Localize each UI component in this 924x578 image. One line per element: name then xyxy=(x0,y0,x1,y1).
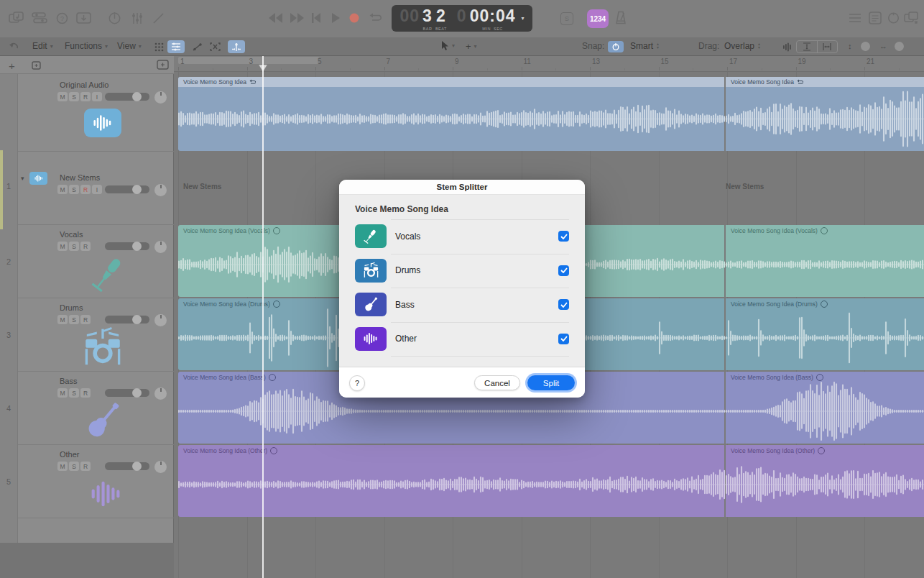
solo-button[interactable]: S xyxy=(69,388,79,398)
help-button[interactable]: ? xyxy=(349,375,365,391)
vertical-zoom-slider[interactable] xyxy=(861,42,870,51)
waveform-zoom-icon[interactable] xyxy=(779,40,796,53)
smart-controls-icon[interactable] xyxy=(131,12,144,25)
volume-slider[interactable] xyxy=(105,462,149,470)
mute-button[interactable]: M xyxy=(57,388,68,398)
track-display-mode-button[interactable] xyxy=(157,60,169,70)
record-enable-button[interactable]: R xyxy=(80,462,91,471)
note-pads-icon[interactable] xyxy=(869,12,882,24)
mute-button[interactable]: M xyxy=(57,242,68,251)
track-lanes-icon[interactable] xyxy=(167,40,185,53)
list-editors-icon[interactable] xyxy=(849,13,861,23)
forward-button[interactable] xyxy=(290,13,305,23)
horizontal-zoom-slider[interactable] xyxy=(895,42,904,51)
metronome-icon[interactable] xyxy=(614,10,628,26)
pan-knob[interactable] xyxy=(154,387,167,400)
region-original-audio-1[interactable]: Voice Memo Song Idea xyxy=(178,77,724,151)
vertical-fit-zoom-icon[interactable] xyxy=(797,41,817,52)
bar-ruler[interactable]: 13579111315171921 xyxy=(174,56,924,72)
toolbar-toggle-icon[interactable] xyxy=(76,12,91,24)
pan-knob[interactable] xyxy=(154,461,167,473)
solo-button[interactable]: S xyxy=(69,185,79,194)
region-original-audio-2[interactable]: Voice Memo Song Idea xyxy=(726,77,924,151)
tuner-icon[interactable] xyxy=(108,12,121,25)
pan-knob[interactable] xyxy=(154,184,167,196)
mute-button[interactable]: M xyxy=(57,92,68,101)
mixer-icon[interactable] xyxy=(32,12,47,24)
horizontal-fit-zoom-icon[interactable] xyxy=(817,41,838,52)
apple-loops-icon[interactable] xyxy=(887,12,900,24)
edit-menu[interactable]: Edit▾ xyxy=(32,41,53,51)
automation-icon[interactable] xyxy=(189,40,206,53)
lcd-mode-chevron-icon[interactable]: ▾ xyxy=(521,15,524,22)
library-icon[interactable] xyxy=(9,12,24,25)
summary-lane-label: New Stems xyxy=(183,183,221,191)
view-menu[interactable]: View▾ xyxy=(117,41,142,51)
region-vocals-2[interactable]: Voice Memo Song Idea (Vocals) xyxy=(726,225,924,297)
track-header-other[interactable]: Other M S R xyxy=(18,445,174,518)
functions-menu[interactable]: Functions▾ xyxy=(65,41,108,51)
volume-slider[interactable] xyxy=(105,316,149,324)
other-checkbox[interactable] xyxy=(558,334,569,344)
marquee-tool-icon[interactable] xyxy=(206,40,223,53)
grid-view-icon[interactable] xyxy=(150,40,167,53)
cancel-button[interactable]: Cancel xyxy=(474,375,520,390)
browsers-icon[interactable] xyxy=(904,12,919,24)
mute-button[interactable]: M xyxy=(57,315,68,324)
pencil-icon[interactable] xyxy=(152,12,165,24)
track-header-bass[interactable]: Bass M S R xyxy=(18,372,174,445)
input-monitor-button[interactable]: I xyxy=(92,92,102,101)
quick-help-icon[interactable]: ? xyxy=(56,12,68,24)
pan-knob[interactable] xyxy=(154,91,167,104)
pan-knob[interactable] xyxy=(154,314,167,326)
undo-icon[interactable] xyxy=(9,42,19,51)
record-button[interactable] xyxy=(349,13,359,23)
flex-icon[interactable] xyxy=(228,40,245,53)
vocals-checkbox[interactable] xyxy=(558,231,569,242)
volume-slider[interactable] xyxy=(105,93,149,101)
disclosure-chevron-icon[interactable]: ▾ xyxy=(21,175,24,182)
solo-button[interactable]: S xyxy=(69,92,79,101)
cycle-button[interactable] xyxy=(369,13,382,23)
region-other-2[interactable]: Voice Memo Song Idea (Other) xyxy=(726,445,924,517)
solo-mode-icon[interactable]: S xyxy=(560,12,573,25)
lcd-display[interactable]: 00 3 BAR 2 BEAT 0 00:04 MIN SEC ▾ xyxy=(392,5,532,32)
secondary-tool-menu[interactable]: +▾ xyxy=(466,41,477,52)
mute-button[interactable]: M xyxy=(57,185,68,194)
region-bass-2[interactable]: Voice Memo Song Idea (Bass) xyxy=(726,372,924,444)
snap-power-button[interactable] xyxy=(608,41,624,52)
go-to-beginning-button[interactable] xyxy=(311,13,321,23)
volume-slider[interactable] xyxy=(105,242,149,250)
track-header-new-stems[interactable]: ▾ New Stems M S R I xyxy=(18,152,174,225)
count-in-button[interactable]: 1234 xyxy=(587,9,609,28)
record-enable-button[interactable]: R xyxy=(80,185,91,194)
drums-checkbox[interactable] xyxy=(558,265,569,276)
snap-dropdown[interactable]: Smart ▴▾ xyxy=(630,41,659,51)
record-enable-button[interactable]: R xyxy=(80,242,91,251)
pointer-tool-menu[interactable]: ▾ xyxy=(441,41,455,50)
duplicate-track-button[interactable] xyxy=(32,60,43,70)
mute-button[interactable]: M xyxy=(57,462,68,471)
rewind-button[interactable] xyxy=(268,13,283,23)
record-enable-button[interactable]: R xyxy=(80,92,91,101)
region-drums-2[interactable]: Voice Memo Song Idea (Drums) xyxy=(726,298,924,370)
playhead[interactable] xyxy=(262,56,264,578)
solo-button[interactable]: S xyxy=(69,462,79,471)
track-header-vocals[interactable]: Vocals M S R xyxy=(18,225,174,298)
volume-slider[interactable] xyxy=(105,185,149,193)
add-track-button[interactable]: + xyxy=(9,60,15,72)
solo-button[interactable]: S xyxy=(69,242,79,251)
split-button[interactable]: Split xyxy=(527,375,575,390)
pan-knob[interactable] xyxy=(154,241,167,253)
record-enable-button[interactable]: R xyxy=(80,315,91,324)
volume-slider[interactable] xyxy=(105,389,149,397)
region-other-1[interactable]: Voice Memo Song Idea (Other) xyxy=(178,445,724,517)
bass-checkbox[interactable] xyxy=(558,299,569,310)
drag-dropdown[interactable]: Overlap ▴▾ xyxy=(724,41,760,51)
input-monitor-button[interactable]: I xyxy=(92,185,102,194)
record-enable-button[interactable]: R xyxy=(80,388,91,398)
solo-button[interactable]: S xyxy=(69,315,79,324)
play-button[interactable] xyxy=(331,13,341,23)
track-header-drums[interactable]: Drums M S R xyxy=(18,298,174,372)
track-header-original-audio[interactable]: Original Audio M S R I xyxy=(18,74,174,152)
